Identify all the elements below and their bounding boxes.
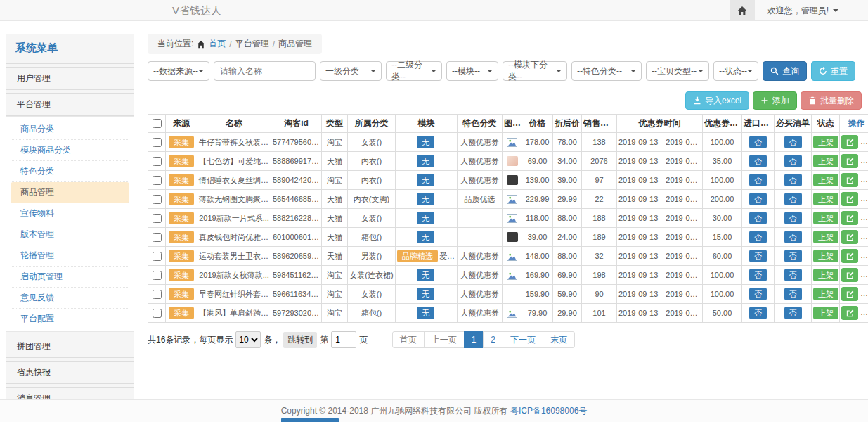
select-all-checkbox[interactable] bbox=[153, 119, 162, 128]
must-buy-toggle[interactable]: 否 bbox=[784, 174, 802, 186]
filter-feature-category-select[interactable]: --特色分类-- bbox=[571, 61, 642, 81]
edit-button[interactable] bbox=[841, 268, 858, 282]
sidebar-item-feedback[interactable]: 意见反馈 bbox=[11, 288, 129, 309]
status-toggle[interactable]: 上架 bbox=[813, 193, 838, 205]
sidebar-item-groupbuy-management[interactable]: 拼团管理 bbox=[6, 335, 134, 358]
edit-button[interactable] bbox=[841, 287, 858, 301]
status-toggle[interactable]: 上架 bbox=[813, 231, 838, 243]
filter-module-subcategory-select[interactable]: --模块下分类-- bbox=[503, 61, 567, 81]
home-button[interactable] bbox=[730, 0, 755, 21]
row-checkbox[interactable] bbox=[153, 252, 162, 261]
import-select-toggle[interactable]: 否 bbox=[749, 307, 767, 319]
sidebar-item-version-management[interactable]: 版本管理 bbox=[11, 224, 129, 245]
must-buy-toggle[interactable]: 否 bbox=[784, 231, 802, 243]
last-page-button[interactable]: 末页 bbox=[543, 331, 575, 348]
sidebar-item-platform-config[interactable]: 平台配置 bbox=[11, 309, 129, 329]
row-checkbox[interactable] bbox=[153, 138, 162, 147]
must-buy-toggle[interactable]: 否 bbox=[784, 269, 802, 281]
icp-link[interactable]: 粤ICP备16098006号 bbox=[510, 406, 587, 416]
import-excel-button[interactable]: 导入excel bbox=[685, 91, 749, 110]
next-page-button[interactable]: 下一页 bbox=[503, 331, 543, 348]
delete-button[interactable] bbox=[863, 154, 868, 168]
sidebar-item-feature-category[interactable]: 特色分类 bbox=[11, 161, 129, 182]
import-select-toggle[interactable]: 否 bbox=[749, 231, 767, 243]
filter-module-select[interactable]: --模块-- bbox=[446, 61, 498, 81]
row-checkbox[interactable] bbox=[153, 309, 162, 318]
search-button[interactable]: 查询 bbox=[763, 61, 807, 81]
must-buy-toggle[interactable]: 否 bbox=[784, 155, 802, 167]
sidebar-item-user-management[interactable]: 用户管理 bbox=[6, 67, 134, 90]
status-toggle[interactable]: 上架 bbox=[813, 136, 838, 148]
page-button-2[interactable]: 2 bbox=[483, 331, 503, 348]
delete-button[interactable] bbox=[863, 173, 868, 187]
must-buy-toggle[interactable]: 否 bbox=[784, 307, 802, 319]
row-checkbox[interactable] bbox=[153, 233, 162, 242]
edit-button[interactable] bbox=[841, 211, 858, 225]
first-page-button[interactable]: 首页 bbox=[392, 331, 425, 348]
delete-button[interactable] bbox=[863, 268, 868, 282]
jump-page-input[interactable] bbox=[331, 331, 356, 348]
sidebar-item-promo-material[interactable]: 宣传物料 bbox=[11, 203, 129, 224]
filter-name-input[interactable] bbox=[214, 61, 316, 81]
import-select-toggle[interactable]: 否 bbox=[749, 288, 767, 300]
sidebar-item-splash-management[interactable]: 启动页管理 bbox=[11, 267, 129, 288]
delete-button[interactable] bbox=[863, 192, 868, 206]
edit-button[interactable] bbox=[841, 135, 858, 149]
delete-button[interactable] bbox=[863, 135, 868, 149]
delete-button[interactable] bbox=[863, 249, 868, 263]
edit-button[interactable] bbox=[841, 306, 858, 320]
sidebar-item-message-management[interactable]: 消息管理 bbox=[6, 387, 134, 399]
row-checkbox[interactable] bbox=[153, 157, 162, 166]
edit-button[interactable] bbox=[841, 154, 858, 168]
sidebar-item-product-management[interactable]: 商品管理 bbox=[11, 182, 129, 203]
sidebar-item-product-category[interactable]: 商品分类 bbox=[11, 119, 129, 140]
status-toggle[interactable]: 上架 bbox=[813, 250, 838, 262]
delete-button[interactable] bbox=[863, 287, 868, 301]
batch-delete-button[interactable]: 批量删除 bbox=[801, 91, 862, 110]
row-checkbox[interactable] bbox=[153, 195, 162, 204]
add-button[interactable]: 添加 bbox=[753, 91, 797, 110]
filter-data-source-select[interactable]: --数据来源-- bbox=[148, 61, 209, 81]
edit-button[interactable] bbox=[841, 192, 858, 206]
must-buy-toggle[interactable]: 否 bbox=[784, 288, 802, 300]
row-checkbox[interactable] bbox=[153, 271, 162, 280]
delete-button[interactable] bbox=[863, 211, 868, 225]
jump-button[interactable]: 跳转到 bbox=[283, 332, 317, 348]
reset-button[interactable]: 重置 bbox=[811, 61, 855, 81]
must-buy-toggle[interactable]: 否 bbox=[784, 250, 802, 262]
status-toggle[interactable]: 上架 bbox=[813, 288, 838, 300]
user-menu[interactable]: 欢迎您，管理员! bbox=[755, 5, 868, 17]
sidebar-item-carousel-management[interactable]: 轮播管理 bbox=[11, 245, 129, 267]
import-select-toggle[interactable]: 否 bbox=[749, 212, 767, 224]
sidebar-item-platform-management[interactable]: 平台管理 bbox=[6, 93, 134, 116]
import-select-toggle[interactable]: 否 bbox=[749, 250, 767, 262]
breadcrumb-home-link[interactable]: 首页 bbox=[209, 38, 226, 50]
edit-button[interactable] bbox=[841, 230, 858, 244]
row-checkbox[interactable] bbox=[153, 290, 162, 299]
prev-page-button[interactable]: 上一页 bbox=[424, 331, 465, 348]
edit-button[interactable] bbox=[841, 173, 858, 187]
import-select-toggle[interactable]: 否 bbox=[749, 136, 767, 148]
import-select-toggle[interactable]: 否 bbox=[749, 174, 767, 186]
edit-button[interactable] bbox=[841, 249, 858, 263]
delete-button[interactable] bbox=[863, 306, 868, 320]
sidebar-item-module-product-category[interactable]: 模块商品分类 bbox=[11, 140, 129, 161]
filter-status-select[interactable]: --状态-- bbox=[713, 61, 758, 81]
must-buy-toggle[interactable]: 否 bbox=[784, 212, 802, 224]
status-toggle[interactable]: 上架 bbox=[813, 174, 838, 186]
status-toggle[interactable]: 上架 bbox=[813, 269, 838, 281]
filter-level2-category-select[interactable]: --二级分类-- bbox=[386, 61, 442, 81]
sidebar-item-express-news[interactable]: 省惠快报 bbox=[6, 361, 134, 384]
status-toggle[interactable]: 上架 bbox=[813, 307, 838, 319]
per-page-select[interactable]: 10 bbox=[235, 331, 261, 348]
status-toggle[interactable]: 上架 bbox=[813, 212, 838, 224]
delete-button[interactable] bbox=[863, 230, 868, 244]
status-toggle[interactable]: 上架 bbox=[813, 155, 838, 167]
import-select-toggle[interactable]: 否 bbox=[749, 269, 767, 281]
filter-level1-category-select[interactable]: 一级分类 bbox=[320, 61, 382, 81]
page-button-1[interactable]: 1 bbox=[464, 331, 484, 348]
row-checkbox[interactable] bbox=[153, 214, 162, 223]
import-select-toggle[interactable]: 否 bbox=[749, 193, 767, 205]
must-buy-toggle[interactable]: 否 bbox=[784, 136, 802, 148]
filter-item-type-select[interactable]: --宝贝类型-- bbox=[646, 61, 709, 81]
